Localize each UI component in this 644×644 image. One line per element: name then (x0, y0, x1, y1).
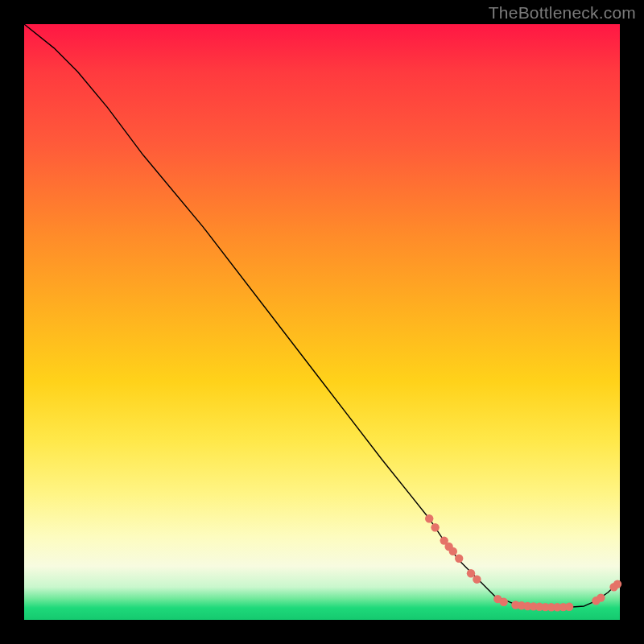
curve-svg (24, 24, 620, 620)
marker-dot (473, 575, 481, 583)
marker-dot (565, 603, 573, 611)
marker-dot (467, 569, 475, 577)
marker-group (425, 514, 621, 612)
marker-dot (500, 598, 508, 606)
plot-area (24, 24, 620, 620)
marker-dot (425, 514, 433, 522)
marker-dot (597, 593, 605, 601)
marker-dot (455, 555, 463, 563)
watermark-text: TheBottleneck.com (489, 3, 636, 23)
marker-dot (613, 580, 621, 588)
chart-frame: TheBottleneck.com (0, 0, 644, 644)
marker-dot (449, 547, 457, 555)
marker-dot (431, 523, 439, 531)
curve-line (24, 24, 620, 607)
